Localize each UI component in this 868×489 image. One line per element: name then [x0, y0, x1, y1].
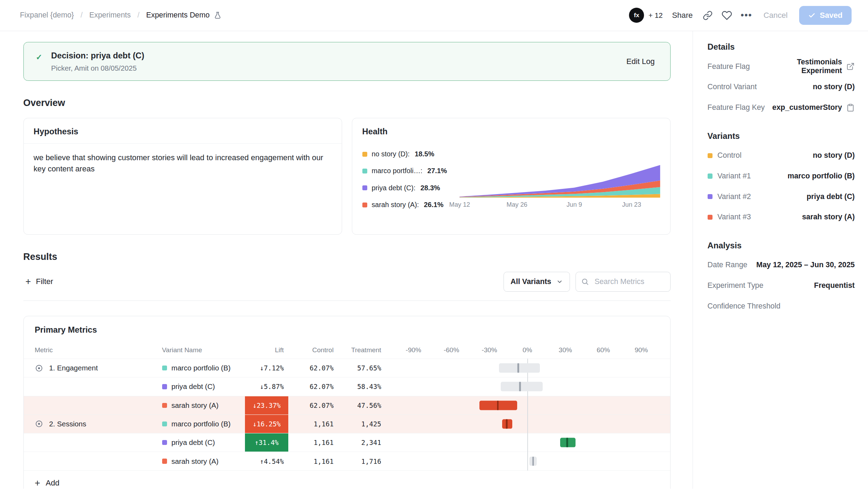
variant-name: sarah story (A) — [172, 457, 219, 466]
metrics-rows: 1. Engagement marco portfolio (B) ↓7.12%… — [24, 359, 671, 470]
lift-value: ↑31.4% — [245, 433, 288, 452]
feature-flag-label: Feature Flag — [708, 62, 750, 71]
control-variant-row: Control Variant no story (D) — [708, 77, 855, 98]
search-icon — [581, 278, 589, 285]
variant-value: sarah story (A) — [802, 213, 855, 221]
confidence-interval-cell — [395, 452, 660, 470]
variant-label: Control — [717, 151, 742, 160]
treatment-value: 1,425 — [334, 415, 381, 433]
edit-log-button[interactable]: Edit Log — [623, 56, 658, 66]
legend-label: marco portfoli…: — [371, 167, 422, 175]
external-link-icon[interactable] — [846, 62, 855, 71]
share-button[interactable]: Share — [671, 9, 694, 22]
variant-name: sarah story (A) — [172, 401, 219, 410]
feature-flag-key-row: Feature Flag Key exp_customerStory — [708, 97, 855, 118]
feature-flag-value[interactable]: Testimonials Experiment — [755, 58, 855, 75]
variant-row: Variant #1 marco portfolio (B) — [708, 166, 855, 186]
ci-bar — [499, 363, 540, 373]
table-row: priya debt (C) ↓5.87% 62.07% 58.43% — [24, 377, 671, 396]
breadcrumb-separator: / — [137, 11, 139, 20]
confidence-threshold-row: Confidence Threshold — [708, 296, 855, 317]
treatment-value: 47.56% — [334, 396, 381, 414]
legend-label: no story (D): — [371, 150, 410, 158]
all-variants-dropdown[interactable]: All Variants — [504, 272, 570, 292]
filter-button[interactable]: + Filter — [23, 274, 56, 290]
plus-icon: + — [26, 277, 31, 286]
date-range-label: Date Range — [708, 261, 747, 269]
link-icon — [703, 10, 713, 21]
add-metric-button[interactable]: + Add — [24, 470, 671, 489]
flask-icon — [214, 11, 222, 20]
stacked-area-chart — [460, 163, 660, 198]
cancel-button[interactable]: Cancel — [760, 7, 791, 23]
legend-swatch — [362, 152, 367, 157]
treatment-value: 1,716 — [334, 452, 381, 470]
control-variant-value: no story (D) — [813, 83, 855, 91]
confidence-interval-cell — [395, 377, 660, 396]
ci-median-tick — [566, 438, 568, 447]
chevron-down-icon — [556, 278, 563, 285]
legend-swatch — [362, 169, 367, 173]
variant-label: Variant #1 — [717, 172, 751, 180]
dropdown-value: All Variants — [511, 277, 551, 286]
axis-tick-label: 90% — [635, 346, 648, 354]
legend-label: sarah story (A): — [371, 201, 419, 209]
experiment-type-row: Experiment Type Frequentist — [708, 275, 855, 296]
sidebar-variants-list: Control no story (D) Variant #1 marco po… — [708, 146, 855, 227]
variant-value: priya debt (C) — [806, 192, 855, 201]
overview-heading: Overview — [23, 98, 671, 108]
results-divider — [23, 300, 671, 301]
favorite-button[interactable] — [722, 10, 733, 21]
primary-metrics-card: Primary Metrics Metric Variant Name Lift… — [23, 316, 671, 489]
search-input[interactable] — [593, 277, 665, 286]
page: Fixpanel {demo} / Experiments / Experime… — [0, 0, 868, 489]
overview-cards: Hypothesis we believe that showing custo… — [23, 118, 671, 235]
table-row: 2. Sessions marco portfolio (B) ↓16.25% … — [24, 414, 671, 433]
column-header-variant: Variant Name — [162, 346, 245, 354]
hypothesis-card: Hypothesis we believe that showing custo… — [23, 118, 342, 235]
variant-dot — [708, 173, 713, 178]
variant-dot — [162, 440, 167, 445]
avatar[interactable]: fx — [629, 8, 644, 23]
decision-text: Decision: priya debt (C) Picker, Amit on… — [51, 51, 144, 72]
axis-tick-label: -90% — [406, 346, 421, 354]
axis-tick-label: 0% — [522, 346, 532, 354]
health-card: Health no story (D): 18.5% marco portfol… — [352, 118, 671, 235]
date-range-value: May 12, 2025 – Jun 30, 2025 — [756, 261, 855, 269]
table-row: sarah story (A) ↓23.37% 62.07% 47.56% — [24, 396, 671, 414]
analysis-title: Analysis — [708, 241, 855, 250]
top-bar: Fixpanel {demo} / Experiments / Experime… — [0, 0, 868, 31]
legend-label: priya debt (C): — [371, 184, 415, 192]
variant-row: Variant #2 priya debt (C) — [708, 186, 855, 207]
results-heading: Results — [23, 251, 671, 262]
control-value: 62.07% — [288, 377, 334, 396]
collaborator-count[interactable]: + 12 — [649, 11, 663, 20]
breadcrumb-item-current[interactable]: Experiments Demo — [146, 11, 222, 20]
filter-label: Filter — [36, 277, 53, 286]
ci-median-tick — [506, 419, 508, 429]
legend-swatch — [362, 185, 367, 190]
date-range-row: Date Range May 12, 2025 – Jun 30, 2025 — [708, 255, 855, 276]
variant-dot — [708, 215, 713, 220]
table-row: sarah story (A) ↑4.54% 1,161 1,716 — [24, 452, 671, 470]
copy-link-button[interactable] — [702, 10, 713, 21]
x-axis-label: May 12 — [449, 201, 470, 208]
primary-metrics-title: Primary Metrics — [24, 316, 671, 342]
x-axis-label: Jun 23 — [622, 201, 641, 208]
ellipsis-icon: ••• — [740, 10, 752, 21]
add-label: Add — [46, 479, 59, 488]
top-bar-actions: fx + 12 Share ••• Cancel Saved — [629, 6, 851, 25]
copy-icon[interactable] — [846, 104, 855, 112]
analysis-section: Analysis Date Range May 12, 2025 – Jun 3… — [708, 241, 855, 317]
variant-dot — [162, 459, 167, 463]
variant-dot — [708, 194, 713, 199]
breadcrumb-separator: / — [81, 11, 83, 20]
breadcrumb-item-workspace[interactable]: Fixpanel {demo} — [20, 11, 74, 20]
legend-swatch — [362, 203, 367, 207]
variant-name: priya debt (C) — [172, 438, 215, 447]
breadcrumb-item-experiments[interactable]: Experiments — [89, 11, 131, 20]
decision-meta: Picker, Amit on 08/05/2025 — [51, 64, 144, 72]
confidence-interval-cell — [395, 396, 660, 414]
saved-button[interactable]: Saved — [799, 6, 851, 25]
more-options-button[interactable]: ••• — [741, 10, 752, 21]
